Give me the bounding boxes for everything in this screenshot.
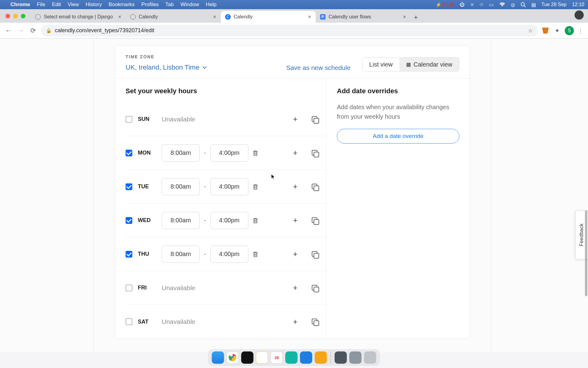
add-interval-button[interactable]: + <box>290 316 300 327</box>
status-icon-3[interactable]: ⟳ <box>480 2 484 8</box>
dock-terminal[interactable] <box>241 351 254 364</box>
end-time-input[interactable]: 4:00pm <box>210 212 248 229</box>
timezone-select[interactable]: UK, Ireland, Lisbon Time <box>126 63 207 71</box>
reload-button[interactable]: ⟳ <box>29 27 37 35</box>
calendar-view-button[interactable]: ▦ Calendar view <box>399 58 459 71</box>
new-tab-button[interactable]: + <box>411 12 421 23</box>
copy-to-days-button[interactable] <box>310 114 320 125</box>
address-bar[interactable]: 🔒 calendly.com/event_types/73920714/edit… <box>41 25 538 36</box>
menubar-time[interactable]: 12:10 <box>572 2 584 7</box>
copy-to-days-button[interactable] <box>310 215 320 226</box>
delete-interval-button[interactable] <box>253 217 262 224</box>
menu-bookmarks[interactable]: Bookmarks <box>108 2 134 8</box>
copy-to-days-button[interactable] <box>310 182 320 192</box>
time-range: 8:00am-4:00pm <box>162 178 290 195</box>
minimize-window-button[interactable] <box>13 14 18 18</box>
dock-app-gray2[interactable] <box>349 351 362 364</box>
close-tab-icon[interactable]: ✕ <box>118 14 122 19</box>
day-checkbox-sat[interactable] <box>126 318 132 325</box>
day-checkbox-wed[interactable] <box>126 217 132 224</box>
card-header: TIME ZONE UK, Ireland, Lisbon Time Save … <box>115 46 470 79</box>
start-time-input[interactable]: 8:00am <box>162 144 200 162</box>
close-window-button[interactable] <box>6 14 10 18</box>
dock-app-orange[interactable] <box>315 351 327 364</box>
add-interval-button[interactable]: + <box>290 114 300 125</box>
battery-status-icon[interactable]: ▭ <box>489 2 494 8</box>
back-button[interactable]: ← <box>4 27 13 35</box>
dock-app-blue[interactable] <box>300 351 312 364</box>
start-time-input[interactable]: 8:00am <box>162 178 200 195</box>
delete-interval-button[interactable] <box>253 150 262 156</box>
add-interval-button[interactable]: + <box>290 249 300 259</box>
extensions-icon[interactable]: ✦ <box>553 27 561 35</box>
start-time-input[interactable]: 8:00am <box>162 246 200 263</box>
dock-calendar[interactable]: 28 <box>271 351 283 364</box>
add-interval-button[interactable]: + <box>290 283 300 293</box>
status-icon-1[interactable]: ⏻ <box>460 2 465 7</box>
day-checkbox-sun[interactable] <box>126 116 132 123</box>
metamask-extension-icon[interactable] <box>541 27 549 35</box>
menu-help[interactable]: Help <box>206 2 217 8</box>
tab-calendly-active[interactable]: C Calendly ✕ <box>221 11 316 23</box>
profile-avatar[interactable]: S <box>565 26 574 35</box>
scrollbar-thumb[interactable] <box>585 210 587 296</box>
copy-to-days-button[interactable] <box>310 148 320 158</box>
bookmark-star-icon[interactable]: ☆ <box>528 27 533 34</box>
end-time-input[interactable]: 4:00pm <box>210 178 248 195</box>
macos-dock: 28 <box>208 349 380 366</box>
menu-tab[interactable]: Tab <box>165 2 174 8</box>
start-time-input[interactable]: 8:00am <box>162 212 200 229</box>
dock-chrome[interactable] <box>227 351 239 364</box>
menu-window[interactable]: Window <box>181 2 199 8</box>
close-tab-icon[interactable]: ✕ <box>308 14 311 19</box>
day-checkbox-tue[interactable] <box>126 183 132 190</box>
add-date-override-button[interactable]: Add a date override <box>337 129 459 144</box>
tab-userflows[interactable]: P Calendly user flows ✕ <box>316 11 411 23</box>
dock-app-gray[interactable] <box>335 351 347 364</box>
siri-icon[interactable]: ▤ <box>531 2 536 8</box>
copy-to-days-button[interactable] <box>310 316 320 327</box>
day-checkbox-fri[interactable] <box>126 285 132 291</box>
menu-profiles[interactable]: Profiles <box>141 2 159 8</box>
delete-interval-button[interactable] <box>253 251 262 257</box>
status-icon-2[interactable]: ✕ <box>470 2 474 8</box>
close-tab-icon[interactable]: ✕ <box>403 14 406 19</box>
menubar-app-name[interactable]: Chrome <box>10 2 30 8</box>
add-interval-button[interactable]: + <box>290 182 300 192</box>
tab-overflow-button[interactable] <box>575 10 584 20</box>
menu-view[interactable]: View <box>68 2 79 8</box>
tab-django[interactable]: Select email to change | Django ✕ <box>31 11 126 23</box>
menu-edit[interactable]: Edit <box>52 2 61 8</box>
dock-app-teal[interactable] <box>285 351 298 364</box>
dock-finder[interactable] <box>212 351 224 364</box>
dock-trash[interactable] <box>364 351 376 364</box>
wifi-icon[interactable] <box>499 2 505 7</box>
row-actions: + <box>290 283 325 293</box>
add-interval-button[interactable]: + <box>290 148 300 158</box>
menubar-date[interactable]: Tue 28 Sep <box>541 2 567 7</box>
day-row-fri: FRIUnavailable+ <box>126 271 326 305</box>
chrome-menu-icon[interactable]: ⋮ <box>578 27 584 34</box>
menu-history[interactable]: History <box>85 2 102 8</box>
end-time-input[interactable]: 4:00pm <box>210 144 248 162</box>
menu-file[interactable]: File <box>37 2 45 8</box>
list-view-button[interactable]: List view <box>363 58 400 71</box>
page-viewport: TIME ZONE UK, Ireland, Lisbon Time Save … <box>0 39 588 352</box>
copy-to-days-button[interactable] <box>310 249 320 259</box>
add-interval-button[interactable]: + <box>290 215 300 226</box>
tab-calendly-1[interactable]: Calendly ✕ <box>126 11 221 23</box>
delete-interval-button[interactable] <box>253 184 262 190</box>
copy-to-days-button[interactable] <box>310 283 320 293</box>
day-checkbox-thu[interactable] <box>126 251 132 258</box>
spotlight-icon[interactable] <box>521 2 526 7</box>
close-tab-icon[interactable]: ✕ <box>213 14 217 19</box>
day-checkbox-mon[interactable] <box>126 150 132 156</box>
unavailable-label: Unavailable <box>162 116 290 123</box>
battery-icon[interactable]: ⚡01:20 <box>435 2 454 8</box>
save-as-new-schedule-link[interactable]: Save as new schedule <box>286 64 350 71</box>
dock-notes[interactable] <box>256 351 268 364</box>
end-time-input[interactable]: 4:00pm <box>210 246 248 263</box>
fullscreen-window-button[interactable] <box>21 14 25 18</box>
forward-button[interactable]: → <box>17 27 25 35</box>
control-center-icon[interactable]: ◎ <box>511 2 515 8</box>
